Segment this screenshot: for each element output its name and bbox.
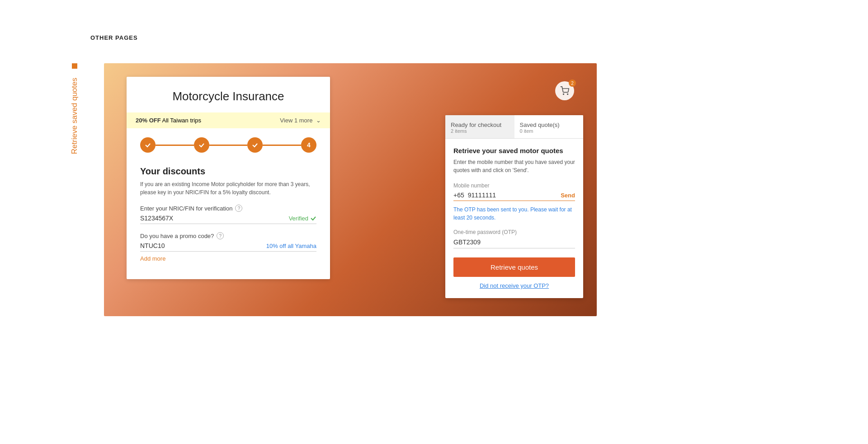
check-icon-3: [251, 141, 259, 149]
promo-text: 20% OFF All Taiwan trips: [136, 117, 201, 124]
promo-suffix: All Taiwan trips: [161, 117, 201, 124]
sidebar-text: Retrieve saved quotes: [70, 78, 79, 154]
promo-code-value: NTUC10: [140, 242, 165, 249]
sidebar-label: Retrieve saved quotes: [70, 63, 79, 154]
progress-steps: 4: [127, 128, 330, 159]
promo-value-row: NTUC10 10% off all Yamaha: [140, 242, 316, 252]
step-1: [140, 137, 156, 153]
svg-point-1: [567, 94, 568, 95]
step-line-2: [209, 145, 248, 146]
discounts-desc: If you are an existing Income Motor poli…: [140, 180, 316, 196]
tab-1-title: Ready for checkout: [451, 122, 509, 128]
tab-ready-checkout[interactable]: Ready for checkout 2 items: [445, 115, 514, 138]
cart-icon: [560, 86, 569, 95]
step-line-1: [156, 145, 194, 146]
panel-tabs: Ready for checkout 2 items Saved quote(s…: [445, 115, 583, 139]
chevron-down-icon: ⌄: [316, 117, 321, 124]
verified-check-icon: [310, 215, 316, 221]
promo-label: Do you have a promo code? ?: [140, 232, 316, 239]
mobile-number-value: 91111111: [468, 192, 561, 199]
card-title: Motorcycle Insurance: [127, 77, 330, 112]
nric-input-row: S1234567X Verified: [140, 215, 316, 224]
promo-discount-label: 10% off all Yamaha: [266, 243, 316, 249]
main-content-area: 2 Motorcycle Insurance 20% OFF All Taiwa…: [104, 63, 597, 316]
cart-badge: 2: [569, 79, 576, 87]
sidebar-dot: [72, 63, 77, 69]
nric-help-icon[interactable]: ?: [235, 205, 242, 212]
discounts-title: Your discounts: [140, 166, 316, 177]
step-2: [194, 137, 209, 153]
promo-field-row: Do you have a promo code? ? NTUC10 10% o…: [140, 232, 316, 262]
tab-2-title: Saved quote(s): [520, 122, 578, 128]
promo-help-icon[interactable]: ?: [217, 232, 224, 239]
check-icon-1: [144, 141, 151, 149]
view-more-button[interactable]: View 1 more ⌄: [280, 117, 321, 124]
step-4: 4: [301, 137, 316, 153]
retrieve-quotes-button[interactable]: Retrieve quotes: [453, 257, 575, 277]
saved-quotes-panel: Ready for checkout 2 items Saved quote(s…: [445, 115, 583, 298]
mobile-prefix: +65: [453, 192, 464, 199]
otp-input-row: GBT2309: [453, 238, 575, 248]
cart-button[interactable]: 2: [555, 81, 574, 100]
panel-heading: Retrieve your saved motor quotes: [453, 147, 575, 154]
nric-label: Enter your NRIC/FIN for verification ?: [140, 205, 316, 212]
discounts-section: Your discounts If you are an existing In…: [127, 159, 330, 279]
otp-sent-message: The OTP has been sent to you. Please wai…: [453, 206, 575, 222]
promo-off: 20% OFF: [136, 117, 161, 124]
otp-label: One-time password (OTP): [453, 229, 575, 235]
resend-otp-link[interactable]: Did not receive your OTP?: [453, 282, 575, 289]
mobile-label: Mobile number: [453, 182, 575, 189]
send-otp-button[interactable]: Send: [561, 192, 575, 199]
check-icon-2: [198, 141, 205, 149]
promo-banner: 20% OFF All Taiwan trips View 1 more ⌄: [127, 112, 330, 128]
svg-point-0: [563, 94, 564, 95]
verified-label: Verified: [289, 215, 316, 222]
step-3: [247, 137, 263, 153]
tab-2-count: 0 item: [520, 128, 578, 134]
section-label: OTHER PAGES: [90, 34, 138, 41]
tab-saved-quotes[interactable]: Saved quote(s) 0 item: [514, 115, 584, 138]
mobile-input-row: +65 91111111 Send: [453, 192, 575, 201]
panel-desc: Enter the mobile number that you have sa…: [453, 158, 575, 174]
otp-value: GBT2309: [453, 238, 481, 246]
tab-1-count: 2 items: [451, 128, 509, 134]
panel-body: Retrieve your saved motor quotes Enter t…: [445, 139, 583, 298]
nric-value: S1234567X: [140, 215, 173, 222]
step-line-3: [263, 145, 301, 146]
nric-field-row: Enter your NRIC/FIN for verification ? S…: [140, 205, 316, 224]
motorcycle-insurance-card: Motorcycle Insurance 20% OFF All Taiwan …: [127, 77, 330, 279]
add-more-link[interactable]: Add more: [140, 255, 316, 262]
